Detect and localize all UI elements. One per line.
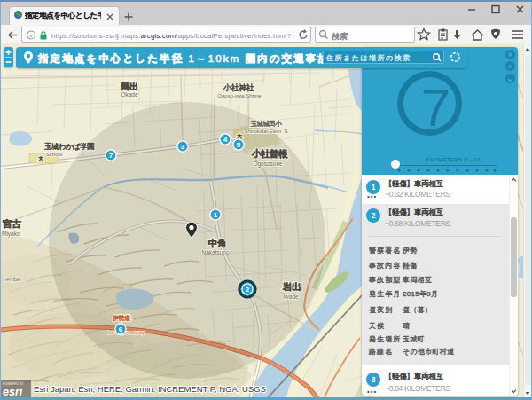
svg-text:Shirokidai Elem. S: Shirokidai Elem. S bbox=[244, 129, 287, 134]
svg-text:Nakatsuno: Nakatsuno bbox=[201, 249, 229, 255]
svg-text:5: 5 bbox=[237, 141, 241, 149]
svg-text:宮古: 宮古 bbox=[3, 218, 21, 229]
svg-text:6: 6 bbox=[119, 325, 123, 333]
svg-text:Esri Japan, Esri, HERE, Garmin: Esri Japan, Esri, HERE, Garmin, INCREMEN… bbox=[34, 384, 266, 394]
svg-text:School: School bbox=[46, 152, 62, 157]
svg-text:小社曽根: 小社曽根 bbox=[251, 148, 288, 159]
svg-text:大: 大 bbox=[38, 155, 43, 161]
svg-text:Temple: Temple bbox=[4, 277, 21, 282]
svg-text:esri: esri bbox=[3, 386, 23, 397]
svg-text:小社神社: 小社神社 bbox=[223, 83, 254, 92]
svg-text:2: 2 bbox=[246, 286, 250, 294]
svg-text:7: 7 bbox=[109, 152, 113, 160]
svg-text:1: 1 bbox=[214, 211, 218, 219]
svg-text:4: 4 bbox=[223, 136, 228, 144]
svg-text:大: 大 bbox=[237, 133, 242, 139]
svg-text:Ogososone: Ogososone bbox=[253, 161, 283, 168]
svg-text:Ogoso-jinja Shrine: Ogoso-jinja Shrine bbox=[217, 93, 262, 98]
svg-text:岡出: 岡出 bbox=[121, 82, 138, 91]
svg-text:岩出: 岩出 bbox=[282, 281, 301, 292]
svg-text:Iwade: Iwade bbox=[283, 294, 299, 300]
svg-text:玉城城田小: 玉城城田小 bbox=[251, 120, 283, 128]
svg-text:玉城わかば学園: 玉城わかば学園 bbox=[44, 142, 95, 151]
svg-text:中角: 中角 bbox=[208, 238, 226, 248]
svg-text:Okade: Okade bbox=[121, 91, 138, 98]
svg-text:Miyako: Miyako bbox=[2, 231, 20, 238]
svg-text:伊勢道: 伊勢道 bbox=[113, 315, 130, 322]
svg-text:3: 3 bbox=[181, 143, 185, 151]
